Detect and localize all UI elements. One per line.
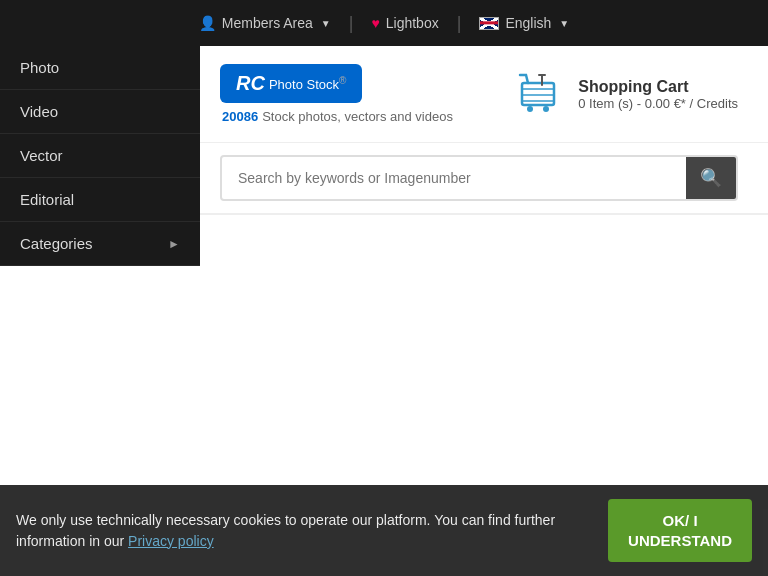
svg-point-5 — [543, 106, 549, 112]
language-arrow-icon: ▼ — [559, 18, 569, 29]
cart-info: Shopping Cart 0 Item (s) - 0.00 €* / Cre… — [578, 78, 738, 111]
top-navigation: Members Area ▼ | ♥ Lightbox | English ▼ — [0, 0, 768, 46]
flag-icon — [479, 17, 499, 30]
logo-number: 20086 — [222, 109, 258, 124]
sidebar-photo-label: Photo — [20, 59, 59, 76]
cart-details: 0 Item (s) - 0.00 €* / Credits — [578, 96, 738, 111]
members-arrow-icon: ▼ — [321, 18, 331, 29]
shopping-cart-icon — [514, 71, 564, 117]
language-label: English — [505, 15, 551, 31]
sidebar-item-video[interactable]: Video — [0, 90, 200, 134]
lightbox-link[interactable]: ♥ Lightbox — [353, 15, 456, 31]
lightbox-label: Lightbox — [386, 15, 439, 31]
cookie-banner: We only use technically necessary cookie… — [0, 485, 768, 576]
cart-title: Shopping Cart — [578, 78, 738, 96]
sidebar-item-categories[interactable]: Categories ► — [0, 222, 200, 266]
person-icon — [199, 15, 216, 31]
cookie-accept-button[interactable]: OK/ I UNDERSTAND — [608, 499, 752, 562]
cart-section[interactable]: Shopping Cart 0 Item (s) - 0.00 €* / Cre… — [514, 71, 738, 117]
logo-subtitle-text: Stock photos, vectors and videos — [262, 109, 453, 124]
logo-subtitle: 20086Stock photos, vectors and videos — [222, 109, 453, 124]
sidebar-video-label: Video — [20, 103, 58, 120]
svg-point-4 — [527, 106, 533, 112]
language-selector[interactable]: English ▼ — [461, 15, 587, 31]
side-navigation: Photo Video Vector Editorial Categories … — [0, 46, 200, 266]
cookie-message: We only use technically necessary cookie… — [16, 510, 592, 552]
members-area-link[interactable]: Members Area ▼ — [181, 15, 349, 31]
privacy-policy-link[interactable]: Privacy policy — [128, 533, 214, 549]
chevron-right-icon: ► — [168, 237, 180, 251]
logo-section: RC Photo Stock® 20086Stock photos, vecto… — [220, 64, 453, 124]
logo[interactable]: RC Photo Stock® — [220, 64, 362, 103]
search-input[interactable] — [222, 160, 686, 196]
sidebar-categories-label: Categories — [20, 235, 93, 252]
search-icon: 🔍 — [700, 167, 722, 189]
heart-icon: ♥ — [371, 15, 379, 31]
sidebar-vector-label: Vector — [20, 147, 63, 164]
sidebar-editorial-label: Editorial — [20, 191, 74, 208]
logo-photostock: Photo Stock® — [269, 75, 346, 92]
search-bar: 🔍 — [220, 155, 738, 201]
members-area-label: Members Area — [222, 15, 313, 31]
sidebar-item-photo[interactable]: Photo — [0, 46, 200, 90]
logo-rc: RC — [236, 72, 265, 95]
search-button[interactable]: 🔍 — [686, 157, 736, 199]
sidebar-item-editorial[interactable]: Editorial — [0, 178, 200, 222]
sidebar-item-vector[interactable]: Vector — [0, 134, 200, 178]
